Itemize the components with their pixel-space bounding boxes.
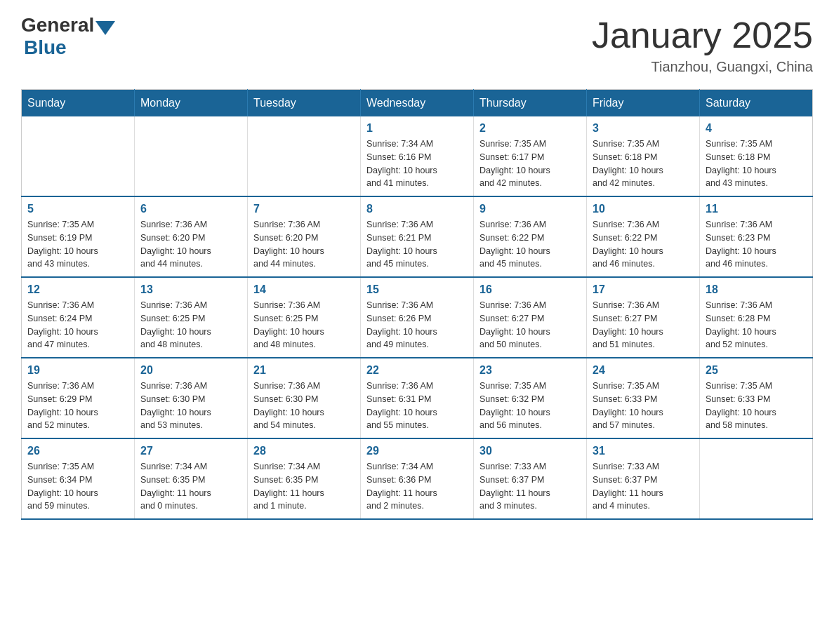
- day-number: 13: [140, 283, 241, 296]
- day-info: Sunrise: 7:35 AMSunset: 6:17 PMDaylight:…: [479, 137, 581, 190]
- logo: General Blue: [21, 14, 117, 59]
- day-info: Sunrise: 7:36 AMSunset: 6:26 PMDaylight:…: [366, 299, 468, 351]
- day-number: 24: [593, 364, 694, 377]
- day-info: Sunrise: 7:35 AMSunset: 6:19 PMDaylight:…: [27, 218, 128, 271]
- calendar-cell: 30Sunrise: 7:33 AMSunset: 6:37 PMDayligh…: [474, 438, 587, 519]
- day-info: Sunrise: 7:36 AMSunset: 6:27 PMDaylight:…: [479, 299, 581, 351]
- calendar-cell: 26Sunrise: 7:35 AMSunset: 6:34 PMDayligh…: [22, 438, 135, 519]
- day-info: Sunrise: 7:33 AMSunset: 6:37 PMDaylight:…: [593, 460, 694, 513]
- day-info: Sunrise: 7:36 AMSunset: 6:31 PMDaylight:…: [366, 380, 468, 432]
- day-number: 31: [593, 445, 694, 457]
- day-number: 12: [27, 283, 128, 296]
- calendar-cell: 11Sunrise: 7:36 AMSunset: 6:23 PMDayligh…: [700, 196, 813, 277]
- day-info: Sunrise: 7:35 AMSunset: 6:18 PMDaylight:…: [706, 137, 807, 190]
- day-number: 3: [593, 122, 694, 135]
- calendar-week-row: 19Sunrise: 7:36 AMSunset: 6:29 PMDayligh…: [22, 358, 813, 438]
- day-info: Sunrise: 7:36 AMSunset: 6:28 PMDaylight:…: [706, 299, 807, 351]
- calendar-cell: 21Sunrise: 7:36 AMSunset: 6:30 PMDayligh…: [248, 358, 361, 438]
- calendar-cell: 6Sunrise: 7:36 AMSunset: 6:20 PMDaylight…: [135, 196, 248, 277]
- day-number: 22: [366, 364, 468, 377]
- calendar-cell: 23Sunrise: 7:35 AMSunset: 6:32 PMDayligh…: [474, 358, 587, 438]
- day-info: Sunrise: 7:36 AMSunset: 6:23 PMDaylight:…: [706, 218, 807, 271]
- calendar-cell: 20Sunrise: 7:36 AMSunset: 6:30 PMDayligh…: [135, 358, 248, 438]
- day-info: Sunrise: 7:36 AMSunset: 6:25 PMDaylight:…: [140, 299, 241, 351]
- calendar-cell: 1Sunrise: 7:34 AMSunset: 6:16 PMDaylight…: [361, 116, 474, 196]
- day-number: 2: [479, 122, 581, 135]
- day-number: 29: [366, 445, 468, 457]
- day-info: Sunrise: 7:36 AMSunset: 6:30 PMDaylight:…: [140, 380, 241, 432]
- day-number: 9: [479, 203, 581, 215]
- day-number: 10: [593, 203, 694, 215]
- day-info: Sunrise: 7:36 AMSunset: 6:20 PMDaylight:…: [140, 218, 241, 271]
- calendar-cell: [135, 116, 248, 196]
- day-number: 11: [706, 203, 807, 215]
- logo-blue-text: Blue: [24, 36, 67, 59]
- calendar-cell: 27Sunrise: 7:34 AMSunset: 6:35 PMDayligh…: [135, 438, 248, 519]
- calendar-cell: 19Sunrise: 7:36 AMSunset: 6:29 PMDayligh…: [22, 358, 135, 438]
- calendar-cell: [700, 438, 813, 519]
- title-section: January 2025 Tianzhou, Guangxi, China: [592, 14, 813, 75]
- calendar-cell: 9Sunrise: 7:36 AMSunset: 6:22 PMDaylight…: [474, 196, 587, 277]
- calendar-cell: [248, 116, 361, 196]
- day-info: Sunrise: 7:36 AMSunset: 6:30 PMDaylight:…: [253, 380, 355, 432]
- calendar-header-tuesday: Tuesday: [248, 90, 361, 117]
- day-info: Sunrise: 7:36 AMSunset: 6:22 PMDaylight:…: [479, 218, 581, 271]
- calendar-header-row: SundayMondayTuesdayWednesdayThursdayFrid…: [22, 90, 813, 117]
- calendar-header-sunday: Sunday: [22, 90, 135, 117]
- day-number: 7: [253, 203, 355, 215]
- calendar-header-wednesday: Wednesday: [361, 90, 474, 117]
- calendar-cell: 12Sunrise: 7:36 AMSunset: 6:24 PMDayligh…: [22, 277, 135, 358]
- day-number: 4: [706, 122, 807, 135]
- day-number: 8: [366, 203, 468, 215]
- calendar-cell: 16Sunrise: 7:36 AMSunset: 6:27 PMDayligh…: [474, 277, 587, 358]
- calendar-week-row: 5Sunrise: 7:35 AMSunset: 6:19 PMDaylight…: [22, 196, 813, 277]
- calendar-cell: 15Sunrise: 7:36 AMSunset: 6:26 PMDayligh…: [361, 277, 474, 358]
- calendar-cell: 7Sunrise: 7:36 AMSunset: 6:20 PMDaylight…: [248, 196, 361, 277]
- day-number: 18: [706, 283, 807, 296]
- day-info: Sunrise: 7:35 AMSunset: 6:18 PMDaylight:…: [593, 137, 694, 190]
- day-info: Sunrise: 7:35 AMSunset: 6:32 PMDaylight:…: [479, 380, 581, 432]
- day-number: 26: [27, 445, 128, 457]
- day-info: Sunrise: 7:35 AMSunset: 6:33 PMDaylight:…: [706, 380, 807, 432]
- day-number: 28: [253, 445, 355, 457]
- day-number: 6: [140, 203, 241, 215]
- day-number: 21: [253, 364, 355, 377]
- calendar-week-row: 12Sunrise: 7:36 AMSunset: 6:24 PMDayligh…: [22, 277, 813, 358]
- month-title: January 2025: [592, 14, 813, 56]
- day-number: 5: [27, 203, 128, 215]
- calendar-cell: 17Sunrise: 7:36 AMSunset: 6:27 PMDayligh…: [587, 277, 700, 358]
- calendar-cell: 3Sunrise: 7:35 AMSunset: 6:18 PMDaylight…: [587, 116, 700, 196]
- calendar-cell: 24Sunrise: 7:35 AMSunset: 6:33 PMDayligh…: [587, 358, 700, 438]
- calendar-header-monday: Monday: [135, 90, 248, 117]
- day-number: 23: [479, 364, 581, 377]
- calendar-cell: 31Sunrise: 7:33 AMSunset: 6:37 PMDayligh…: [587, 438, 700, 519]
- day-number: 16: [479, 283, 581, 296]
- day-info: Sunrise: 7:34 AMSunset: 6:35 PMDaylight:…: [140, 460, 241, 513]
- day-number: 14: [253, 283, 355, 296]
- day-info: Sunrise: 7:35 AMSunset: 6:34 PMDaylight:…: [27, 460, 128, 513]
- day-info: Sunrise: 7:36 AMSunset: 6:21 PMDaylight:…: [366, 218, 468, 271]
- day-number: 25: [706, 364, 807, 377]
- calendar-cell: 22Sunrise: 7:36 AMSunset: 6:31 PMDayligh…: [361, 358, 474, 438]
- calendar-cell: [22, 116, 135, 196]
- calendar-cell: 10Sunrise: 7:36 AMSunset: 6:22 PMDayligh…: [587, 196, 700, 277]
- day-number: 27: [140, 445, 241, 457]
- day-info: Sunrise: 7:36 AMSunset: 6:22 PMDaylight:…: [593, 218, 694, 271]
- calendar-cell: 13Sunrise: 7:36 AMSunset: 6:25 PMDayligh…: [135, 277, 248, 358]
- day-number: 17: [593, 283, 694, 296]
- calendar-cell: 29Sunrise: 7:34 AMSunset: 6:36 PMDayligh…: [361, 438, 474, 519]
- calendar-header-thursday: Thursday: [474, 90, 587, 117]
- day-number: 20: [140, 364, 241, 377]
- day-number: 30: [479, 445, 581, 457]
- logo-general-text: General: [21, 14, 94, 36]
- day-info: Sunrise: 7:36 AMSunset: 6:24 PMDaylight:…: [27, 299, 128, 351]
- calendar-week-row: 26Sunrise: 7:35 AMSunset: 6:34 PMDayligh…: [22, 438, 813, 519]
- day-info: Sunrise: 7:36 AMSunset: 6:27 PMDaylight:…: [593, 299, 694, 351]
- calendar-cell: 28Sunrise: 7:34 AMSunset: 6:35 PMDayligh…: [248, 438, 361, 519]
- calendar-header-saturday: Saturday: [700, 90, 813, 117]
- day-number: 19: [27, 364, 128, 377]
- day-info: Sunrise: 7:35 AMSunset: 6:33 PMDaylight:…: [593, 380, 694, 432]
- calendar-cell: 14Sunrise: 7:36 AMSunset: 6:25 PMDayligh…: [248, 277, 361, 358]
- calendar-cell: 5Sunrise: 7:35 AMSunset: 6:19 PMDaylight…: [22, 196, 135, 277]
- calendar-cell: 2Sunrise: 7:35 AMSunset: 6:17 PMDaylight…: [474, 116, 587, 196]
